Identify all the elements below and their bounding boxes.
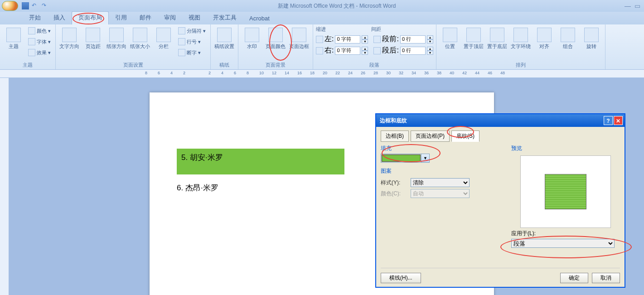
group-theme-label: 主题 [3,61,53,69]
fill-color-combo[interactable]: ▼ [381,154,430,163]
ok-button[interactable]: 确定 [560,273,588,283]
tab-home[interactable]: 开始 [23,12,47,24]
preview-legend: 预览 [511,145,620,154]
margins-button[interactable]: 页边距 [82,26,104,50]
page-color-label: 页面颜色 [266,43,286,50]
tab-mailings[interactable]: 邮件 [133,12,158,24]
indent-left-label: 左: [324,34,334,44]
minimize-button[interactable]: — [625,2,631,10]
indent-right-label: 右: [324,46,334,55]
theme-effects[interactable]: 效果▾ [26,48,53,58]
send-back-button[interactable]: 置于底层 [486,26,508,50]
watermark-button[interactable]: 水印 [241,26,263,50]
bring-front-button[interactable]: 置于顶层 [463,26,484,50]
preview-swatch [545,174,586,209]
quick-access-toolbar: ↶ ↷ [22,2,49,10]
align-button[interactable]: 对齐 [533,26,555,50]
fonts-icon [28,38,35,45]
cancel-button[interactable]: 取消 [592,273,620,283]
vertical-ruler[interactable] [0,78,9,295]
text-wrap-label: 文字环绕 [511,43,531,50]
send-back-icon [490,28,504,42]
page-size-button[interactable]: 纸张大小 [129,26,151,50]
tab-insert[interactable]: 插入 [47,12,72,24]
theme-colors[interactable]: 颜色▾ [26,26,53,36]
redo-icon[interactable]: ↷ [42,2,49,10]
spin-down[interactable]: ▼ [427,39,433,44]
spin-up[interactable]: ▲ [362,47,368,51]
ribbon-tabstrip: 开始 插入 页面布局 引用 邮件 审阅 视图 开发工具 Acrobat [0,12,644,24]
position-icon [443,28,457,42]
space-after-input[interactable] [400,47,426,55]
spin-up[interactable]: ▲ [427,35,433,39]
spin-up[interactable]: ▲ [427,47,433,51]
dialog-tab-shading[interactable]: 底纹(S) [451,131,479,142]
tab-developer[interactable]: 开发工具 [207,12,243,24]
themes-icon [6,28,21,42]
space-before-input[interactable] [400,35,426,44]
send-back-label: 置于底层 [487,43,507,50]
page-size-icon [133,28,147,42]
text-wrap-button[interactable]: 文字环绕 [510,26,532,50]
restore-button[interactable]: ▭ [634,2,640,10]
text-direction-button[interactable]: 文字方向 [58,26,80,50]
tab-references[interactable]: 引用 [109,12,133,24]
dialog-help-button[interactable]: ? [604,116,613,125]
line-numbers-button[interactable]: 行号▾ [176,37,208,47]
space-before-label: 段前: [382,34,398,44]
lineno-label: 行号 [187,39,197,45]
stationery-button[interactable]: 稿纸设置 [213,26,235,50]
undo-icon[interactable]: ↶ [32,2,39,10]
lineno-icon [178,38,185,45]
columns-button[interactable]: 分栏 [153,26,174,50]
align-icon [537,28,552,42]
horizontal-line-button[interactable]: 横线(H)... [381,273,421,283]
office-button[interactable] [2,1,18,11]
dialog-tab-borders[interactable]: 边框(B) [381,131,409,142]
indent-right-input[interactable] [335,47,360,55]
page-borders-icon [292,28,306,42]
colors-icon [28,27,35,34]
tab-page-layout[interactable]: 页面布局 [72,11,109,24]
dialog-tab-page-borders[interactable]: 页面边框(P) [411,131,450,142]
color-label: 颜色(C): [381,190,408,198]
horizontal-ruler[interactable]: 8642246810121416182022242628303234363840… [0,70,644,78]
fonts-label: 字体 [37,39,47,45]
spin-down[interactable]: ▼ [362,39,368,44]
hyphenation-button[interactable]: 断字▾ [176,48,208,58]
breaks-button[interactable]: 分隔符▾ [176,26,208,36]
pattern-color-select: 自动 [411,189,470,198]
orientation-label: 纸张方向 [107,43,126,50]
spin-up[interactable]: ▲ [362,35,368,39]
dialog-titlebar[interactable]: 边框和底纹 ? ✕ [376,114,625,127]
dialog-close-button[interactable]: ✕ [614,116,623,125]
indent-left-input[interactable] [335,35,360,44]
group-button[interactable]: 组合 [557,26,579,50]
themes-button[interactable]: 主题 [3,26,24,50]
bring-front-icon [466,28,481,42]
tab-acrobat[interactable]: Acrobat [243,13,276,24]
doc-line-1: 5. 胡安·米罗 [181,152,340,163]
orientation-button[interactable]: 纸张方向 [106,26,127,50]
page-color-button[interactable]: 页面颜色 [265,26,286,50]
margins-label: 页边距 [86,43,101,50]
tab-review[interactable]: 审阅 [158,12,182,24]
page-borders-button[interactable]: 页面边框 [288,26,310,50]
rotate-button[interactable]: 旋转 [581,26,602,50]
spin-down[interactable]: ▼ [362,51,368,55]
group-icon [561,28,575,42]
apply-to-select[interactable]: 段落 [511,239,615,248]
preview-box [520,155,611,228]
group-stationery-label: 稿纸 [213,61,235,69]
shaded-paragraph[interactable]: 5. 胡安·米罗 [177,149,344,174]
colors-label: 颜色 [37,28,47,34]
bring-front-label: 置于顶层 [464,43,484,50]
theme-fonts[interactable]: 字体▾ [26,37,53,47]
position-button[interactable]: 位置 [439,26,461,50]
text-direction-label: 文字方向 [59,43,79,50]
pattern-style-select[interactable]: 清除 [411,178,470,187]
group-paragraph-label: 段落 [316,61,433,69]
spin-down[interactable]: ▼ [427,51,433,55]
save-icon[interactable] [22,2,29,10]
tab-view[interactable]: 视图 [182,12,207,24]
